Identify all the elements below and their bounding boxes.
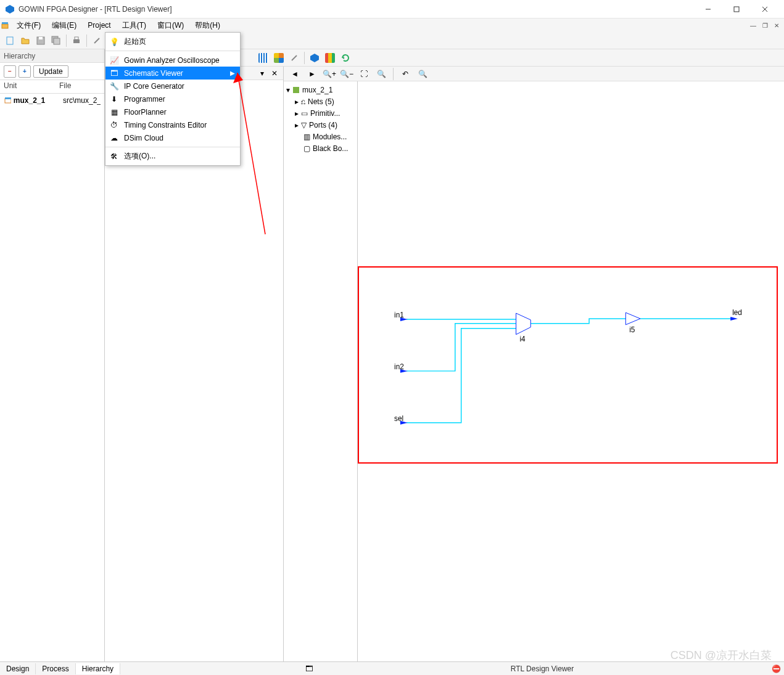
svg-rect-9 xyxy=(39,37,43,39)
menu-edit[interactable]: 编辑(E) xyxy=(46,19,82,32)
menu-window[interactable]: 窗口(W) xyxy=(152,19,189,32)
grid2-icon[interactable] xyxy=(271,51,286,65)
schematic-icon: 🗔 xyxy=(109,68,119,78)
undo-button[interactable]: ↶ xyxy=(398,67,413,81)
mdi-window-controls: — ❐ ✕ xyxy=(748,22,784,29)
menu-tools[interactable]: 工具(T) xyxy=(117,19,152,32)
svg-rect-11 xyxy=(54,38,60,44)
find-button[interactable]: 🔍 xyxy=(415,67,430,81)
zoom-fit-button[interactable]: ⛶ xyxy=(357,67,371,81)
cube-icon[interactable] xyxy=(307,51,322,65)
tree-item-primitives[interactable]: ▸▭Primitiv... xyxy=(286,107,355,119)
tab-design[interactable]: Design xyxy=(0,663,36,674)
menu-file[interactable]: 文件(F) xyxy=(11,19,46,32)
nav-fwd-button[interactable]: ► xyxy=(305,67,320,81)
chevron-right-icon[interactable]: ▸ xyxy=(295,109,299,118)
svg-rect-12 xyxy=(73,39,80,43)
status-bar: Design Process Hierarchy 🗔 RTL Design Vi… xyxy=(0,661,784,675)
wand2-icon[interactable] xyxy=(287,51,302,65)
svg-marker-20 xyxy=(310,54,319,62)
pane-menu-button[interactable]: ▾ xyxy=(257,68,267,78)
new-file-button[interactable] xyxy=(2,33,17,48)
maximize-button[interactable] xyxy=(722,0,751,18)
dd-options[interactable]: 🛠选项(O)... xyxy=(105,150,240,163)
mdi-minimize-icon[interactable]: — xyxy=(748,22,759,29)
hierarchy-panel: Hierarchy − + Update Unit File mux_2_1 s… xyxy=(0,49,105,661)
window-title: GOWIN FPGA Designer - [RTL Design Viewer… xyxy=(19,5,694,14)
svg-rect-2 xyxy=(734,7,739,12)
dd-gao[interactable]: 📈Gowin Analyzer Oscilloscope xyxy=(105,54,240,67)
tree-item-ports[interactable]: ▸▽Ports (4) xyxy=(286,119,355,131)
options-icon: 🛠 xyxy=(109,152,119,162)
tab-process[interactable]: Process xyxy=(36,663,75,674)
chevron-right-icon[interactable]: ▸ xyxy=(295,97,299,106)
port-in1: in1 xyxy=(394,311,404,319)
dd-floorplanner[interactable]: ▦FloorPlanner xyxy=(105,105,240,118)
timing-icon: ⏱ xyxy=(109,120,119,130)
programmer-icon: ⬇ xyxy=(109,94,119,104)
bulb-icon: 💡 xyxy=(109,37,119,47)
close-button[interactable] xyxy=(751,0,779,18)
dd-schematic-viewer[interactable]: 🗔Schematic Viewer▶ xyxy=(105,67,240,80)
tree-item-modules[interactable]: ▥Modules... xyxy=(286,131,355,142)
dd-dsim[interactable]: ☁DSim Cloud xyxy=(105,131,240,144)
menu-project[interactable]: Project xyxy=(82,20,116,31)
wand-button[interactable] xyxy=(89,33,104,48)
dd-programmer[interactable]: ⬇Programmer xyxy=(105,92,240,105)
update-button[interactable]: Update xyxy=(33,65,68,78)
hierarchy-row[interactable]: mux_2_1 src\mux_2_1. xyxy=(0,94,104,107)
dd-timing[interactable]: ⏱Timing Constraints Editor xyxy=(105,118,240,131)
pane-close-button[interactable]: ✕ xyxy=(270,68,279,78)
floorplanner-icon: ▦ xyxy=(109,107,119,117)
svg-marker-26 xyxy=(730,317,738,321)
hierarchy-file: src\mux_2_1. xyxy=(63,96,101,105)
save-all-button[interactable] xyxy=(49,33,64,48)
expand-all-button[interactable]: + xyxy=(19,65,31,78)
svg-rect-6 xyxy=(2,22,8,24)
status-center-label: RTL Design Viewer xyxy=(313,665,772,673)
grid-icon[interactable] xyxy=(256,51,271,65)
minimize-button[interactable] xyxy=(694,0,722,18)
ipcore-icon: 🔧 xyxy=(109,81,119,91)
port-sel: sel xyxy=(394,414,403,423)
zoom-actual-button[interactable]: 🔍 xyxy=(374,67,389,81)
app-logo-icon xyxy=(5,4,15,14)
chevron-down-icon[interactable]: ▾ xyxy=(286,86,290,94)
hierarchy-unit: mux_2_1 xyxy=(14,96,60,105)
mdi-close-icon[interactable]: ✕ xyxy=(772,22,782,29)
mdi-restore-icon[interactable]: ❐ xyxy=(760,22,770,29)
chevron-right-icon[interactable]: ▸ xyxy=(295,121,299,129)
oscilloscope-icon: 📈 xyxy=(109,55,119,65)
svg-line-19 xyxy=(292,55,297,60)
instance-i4[interactable]: i4 xyxy=(516,313,531,343)
design-tree[interactable]: ▾ mux_2_1 ▸⎌Nets (5) ▸▭Primitiv... ▸▽Por… xyxy=(284,81,358,661)
module-icon xyxy=(4,96,11,105)
tree-root[interactable]: ▾ mux_2_1 xyxy=(286,84,355,96)
blocks-icon[interactable] xyxy=(323,51,337,65)
tab-hierarchy[interactable]: Hierarchy xyxy=(76,663,120,674)
zoom-out-button[interactable]: 🔍− xyxy=(339,67,354,81)
nav-back-button[interactable]: ◄ xyxy=(287,67,302,81)
zoom-in-button[interactable]: 🔍+ xyxy=(322,67,337,81)
dd-ip-core[interactable]: 🔧IP Core Generator xyxy=(105,80,240,92)
schematic-canvas[interactable]: in1 in2 sel led i4 xyxy=(358,81,784,661)
cloud-icon: ☁ xyxy=(109,133,119,143)
mdi-icon xyxy=(1,22,9,29)
svg-text:i4: i4 xyxy=(519,335,526,343)
instance-i5[interactable]: i5 xyxy=(625,313,640,334)
svg-rect-5 xyxy=(2,24,8,28)
menubar: 文件(F) 编辑(E) Project 工具(T) 窗口(W) 帮助(H) — … xyxy=(0,18,784,32)
tree-item-nets[interactable]: ▸⎌Nets (5) xyxy=(286,96,355,107)
print-button[interactable] xyxy=(69,33,84,48)
hierarchy-panel-title: Hierarchy xyxy=(0,49,104,63)
tree-item-blackbox[interactable]: ▢Black Bo... xyxy=(286,142,355,154)
svg-text:i5: i5 xyxy=(629,325,635,334)
error-indicator-icon[interactable]: ⛔ xyxy=(772,665,784,673)
menu-help[interactable]: 帮助(H) xyxy=(189,19,226,32)
collapse-all-button[interactable]: − xyxy=(4,65,16,78)
dd-start-page[interactable]: 💡起始页 xyxy=(105,35,240,48)
refresh-icon[interactable] xyxy=(338,51,353,65)
save-button[interactable] xyxy=(33,33,48,48)
open-folder-button[interactable] xyxy=(18,33,33,48)
rtl-viewer: ◄ ► 🔍+ 🔍− ⛶ 🔍 ↶ 🔍 ▾ xyxy=(284,67,784,661)
